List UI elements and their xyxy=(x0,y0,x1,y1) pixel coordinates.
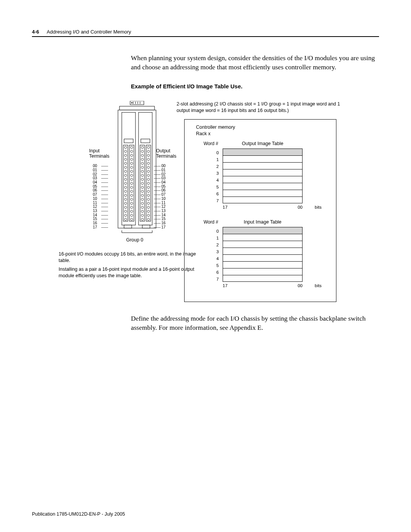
input-grid xyxy=(223,227,303,282)
svg-point-71 xyxy=(147,198,150,201)
svg-point-59 xyxy=(147,186,150,189)
svg-point-85 xyxy=(131,214,133,217)
svg-point-62 xyxy=(141,190,143,193)
table-row xyxy=(223,183,302,190)
module-note-1: 16-point I/O modules occupy 16 bits, an … xyxy=(59,251,203,264)
svg-point-30 xyxy=(141,158,143,161)
svg-point-39 xyxy=(147,166,150,169)
svg-point-35 xyxy=(147,162,150,165)
table-row xyxy=(223,262,302,268)
svg-point-72 xyxy=(124,202,127,204)
table-row xyxy=(223,234,302,241)
svg-point-65 xyxy=(131,194,133,197)
svg-point-56 xyxy=(124,186,127,189)
table-row xyxy=(223,275,302,282)
svg-point-90 xyxy=(141,218,143,220)
svg-point-88 xyxy=(124,218,127,220)
svg-point-36 xyxy=(124,166,127,169)
svg-point-46 xyxy=(141,174,143,177)
svg-rect-6 xyxy=(119,106,155,110)
svg-point-48 xyxy=(124,178,127,181)
svg-point-24 xyxy=(124,154,127,157)
tick-marks-right: ———————————————————————————————— xyxy=(154,164,161,229)
svg-point-41 xyxy=(131,170,133,173)
table-row xyxy=(223,169,302,176)
output-table-title: Output Image Table xyxy=(223,141,303,146)
table-row xyxy=(223,163,302,169)
svg-point-68 xyxy=(124,198,127,201)
output-bits-row: 17 00 bits xyxy=(223,205,322,209)
svg-point-19 xyxy=(147,146,150,149)
svg-point-86 xyxy=(141,214,143,217)
svg-point-42 xyxy=(141,170,143,173)
svg-point-33 xyxy=(131,162,133,165)
tick-marks-left: ———————————————————————————————— xyxy=(101,164,108,229)
table-row xyxy=(223,227,302,234)
svg-point-27 xyxy=(147,154,150,157)
svg-point-44 xyxy=(124,174,127,177)
table-row xyxy=(223,248,302,255)
output-grid xyxy=(223,149,303,203)
svg-point-40 xyxy=(124,170,127,173)
svg-point-64 xyxy=(124,194,127,197)
word-header-output: Word # xyxy=(204,141,218,146)
input-word-numbers: 01234567 xyxy=(214,228,219,283)
svg-point-51 xyxy=(147,178,150,181)
output-terminal-numbers: 00010203040506071011121314151617 xyxy=(161,164,166,229)
svg-point-81 xyxy=(131,210,133,212)
svg-point-16 xyxy=(124,146,127,149)
example-heading: Example of Efficient I/O Image Table Use… xyxy=(131,83,379,89)
svg-point-26 xyxy=(141,154,143,157)
svg-point-31 xyxy=(147,158,150,161)
svg-point-73 xyxy=(131,202,133,204)
rack-diagram: Input Terminals Output Terminals 0001020… xyxy=(89,101,180,234)
addressing-note: 2-slot addressing (2 I/O chassis slot = … xyxy=(177,101,340,114)
controller-memory-box: Controller memory Rack x Word # Output I… xyxy=(184,119,336,302)
page-header: 4-6 Addressing I/O and Controller Memory xyxy=(32,29,379,37)
input-image-table: Word # Input Image Table 01234567 17 xyxy=(204,219,325,226)
output-terminals-label: Output Terminals xyxy=(156,149,180,159)
page-number: 4-6 xyxy=(32,29,39,35)
svg-point-76 xyxy=(124,206,127,209)
svg-point-20 xyxy=(124,150,127,153)
svg-point-79 xyxy=(147,206,150,209)
module-notes: 16-point I/O modules occupy 16 bits, an … xyxy=(59,251,203,281)
svg-point-57 xyxy=(131,186,133,189)
svg-point-87 xyxy=(147,214,150,217)
svg-point-32 xyxy=(124,162,127,165)
svg-point-75 xyxy=(147,202,150,204)
svg-point-49 xyxy=(131,178,133,181)
output-word-numbers: 01234567 xyxy=(214,149,219,204)
svg-rect-10 xyxy=(124,139,133,143)
table-row xyxy=(223,268,302,275)
svg-rect-11 xyxy=(141,139,150,143)
svg-point-55 xyxy=(147,182,150,185)
svg-point-63 xyxy=(147,190,150,193)
svg-point-66 xyxy=(141,194,143,197)
svg-point-37 xyxy=(131,166,133,169)
svg-point-91 xyxy=(147,218,150,220)
svg-point-22 xyxy=(141,150,143,153)
output-image-table: Word # Output Image Table 01234567 17 xyxy=(204,141,325,147)
svg-point-54 xyxy=(141,182,143,185)
word-header-input: Word # xyxy=(204,219,218,225)
svg-point-38 xyxy=(141,166,143,169)
svg-point-17 xyxy=(131,146,133,149)
module-note-2: Installing as a pair a 16-point input mo… xyxy=(59,266,203,279)
svg-rect-92 xyxy=(124,225,132,228)
table-row xyxy=(223,176,302,183)
closing-paragraph: Define the addressing mode for each I/O … xyxy=(131,314,379,332)
svg-point-52 xyxy=(124,182,127,185)
section-title: Addressing I/O and Controller Memory xyxy=(47,29,131,35)
svg-point-67 xyxy=(147,194,150,197)
svg-point-89 xyxy=(131,218,133,220)
svg-point-82 xyxy=(141,210,143,212)
diagram-area: 2-slot addressing (2 I/O chassis slot = … xyxy=(32,101,379,307)
input-terminal-numbers: 00010203040506071011121314151617 xyxy=(93,164,97,229)
table-row xyxy=(223,255,302,262)
input-terminals-label: Input Terminals xyxy=(89,149,115,159)
svg-point-80 xyxy=(124,210,127,212)
input-bits-row: 17 00 bits xyxy=(223,283,322,288)
svg-point-50 xyxy=(141,178,143,181)
svg-point-83 xyxy=(147,210,150,212)
